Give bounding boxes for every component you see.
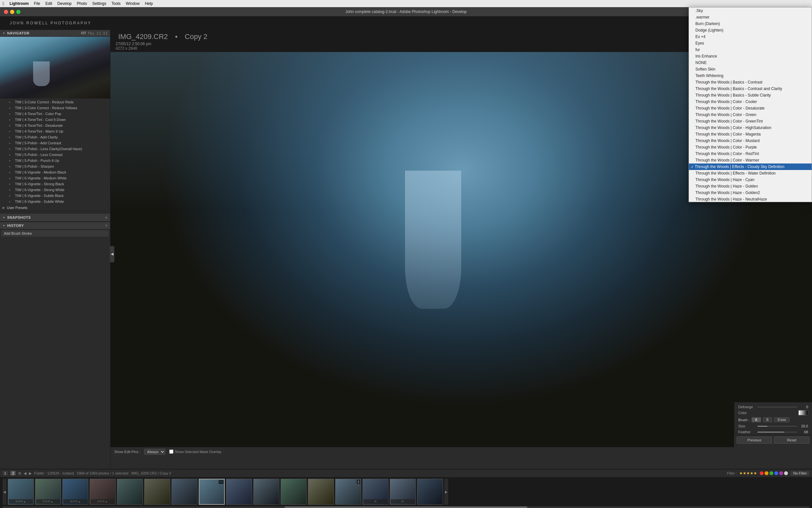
dropdown-item-warmer[interactable]: .warmer	[689, 14, 812, 20]
film-thumb-15[interactable]: ⧉	[390, 479, 416, 505]
preset-item-15[interactable]: ▪ TtW | 6-Vignette - Strong Black	[0, 181, 110, 187]
film-thumb-11[interactable]	[281, 479, 306, 505]
filmstrip-scroll-thumb[interactable]	[285, 506, 527, 508]
filmstrip-grid-icon[interactable]: ⊞	[18, 471, 21, 475]
dropdown-item-dodge[interactable]: Dodge (Lighten)	[689, 27, 812, 34]
size-slider[interactable]	[757, 426, 797, 427]
dropdown-item-none[interactable]: NONE	[689, 59, 812, 66]
dropdown-item-soften[interactable]: Soften Skin	[689, 66, 812, 73]
film-thumb-9[interactable]	[226, 479, 252, 505]
color-filters[interactable]	[760, 471, 788, 475]
brush-a-button[interactable]: A	[752, 417, 761, 422]
defrange-slider[interactable]	[757, 407, 797, 408]
apple-menu[interactable]: 	[3, 1, 4, 6]
fill-button[interactable]: FILL	[88, 32, 95, 35]
menu-help[interactable]: Help	[145, 1, 153, 6]
film-thumb-14[interactable]: ⧉	[363, 479, 388, 505]
filmstrip-page-num-2[interactable]: 2	[10, 471, 15, 475]
preset-item-10[interactable]: ▪ TtW | 5-Polish - Less Contrast	[0, 152, 110, 158]
dropdown-item-eyes[interactable]: Eyes	[689, 40, 812, 46]
show-edit-pins-select[interactable]: Always	[144, 449, 165, 455]
dropdown-item-burn[interactable]: Burn (Darken)	[689, 20, 812, 27]
show-mask-checkbox[interactable]	[169, 450, 174, 454]
film-thumb-12[interactable]	[308, 479, 334, 505]
3-1-button[interactable]: 3:1	[103, 32, 107, 35]
dropdown-item-ttw-haze-neutral[interactable]: Through the Woods | Haze - NeutralHaze	[689, 196, 812, 202]
preset-item-2[interactable]: ▪ TtW | 3-Color Correct - Reduce Yellows	[0, 105, 110, 111]
menu-photo[interactable]: Photo	[77, 1, 87, 6]
preset-item-18[interactable]: ▪ TtW | 6-Vignette - Subtle White	[0, 199, 110, 204]
film-thumb-7[interactable]	[172, 479, 197, 505]
menu-edit[interactable]: Edit	[45, 1, 52, 6]
window-controls[interactable]	[4, 10, 20, 14]
left-panel-expand-arrow[interactable]: ◀	[110, 246, 114, 262]
no-filter-label[interactable]: No Filter	[791, 471, 809, 475]
snapshots-header[interactable]: ▼ Snapshots +	[0, 213, 110, 222]
user-presets-header[interactable]: ▶ User Presets	[0, 204, 110, 211]
dropdown-item-ttw-color-warmer[interactable]: Through the Woods | Color - Warmer	[689, 157, 812, 164]
preset-item-9[interactable]: ▪ TtW | 5-Polish - Less Clarity(Overall …	[0, 146, 110, 152]
menu-develop[interactable]: Develop	[57, 1, 71, 6]
preset-item-11[interactable]: ▪ TtW | 5-Polish - Punch It Up	[0, 158, 110, 164]
film-thumb-4[interactable]: ⧉⧉⧉▲	[90, 479, 115, 505]
film-thumb-16[interactable]	[417, 479, 443, 505]
dropdown-item-ex4[interactable]: Ex +4	[689, 34, 812, 40]
dropdown-item-ttw-color-green[interactable]: Through the Woods | Color - Green	[689, 112, 812, 118]
dropdown-item-ttw-effects-cloudy[interactable]: Through the Woods | Effects - Cloudy Sky…	[689, 164, 812, 170]
filmstrip-scrollbar[interactable]	[3, 506, 809, 508]
dropdown-item-ttw-color-highsat[interactable]: Through the Woods | Color - HighSaturati…	[689, 125, 812, 131]
film-thumb-3[interactable]: ⧉⧉⧉▲	[62, 479, 88, 505]
dropdown-item-ttw-color-purple[interactable]: Through the Woods | Color - Purple	[689, 144, 812, 151]
menu-file[interactable]: File	[34, 1, 40, 6]
dropdown-item-iris[interactable]: Iris Enhance	[689, 53, 812, 59]
dropdown-item-ttw-haze-golden[interactable]: Through the Woods | Haze - Golden	[689, 183, 812, 189]
color-swatch[interactable]	[798, 410, 808, 415]
history-header[interactable]: ▼ History ×	[0, 222, 110, 229]
preset-item-17[interactable]: ▪ TtW | 6-Vignette - Subtle Black	[0, 193, 110, 199]
menu-tools[interactable]: Tools	[111, 1, 121, 6]
preset-item-7[interactable]: ▪ TtW | 5-Polish - Add Clarity	[0, 134, 110, 140]
minimize-window-button[interactable]	[10, 10, 14, 14]
film-thumb-5[interactable]	[117, 479, 143, 505]
history-close-button[interactable]: ×	[105, 223, 107, 228]
previous-button[interactable]: Previous	[737, 436, 772, 443]
maximize-window-button[interactable]	[16, 10, 20, 14]
dropdown-item-fur[interactable]: fur	[689, 46, 812, 53]
dropdown-item-ttw-basics-contrast[interactable]: Through the Woods | Basics - Contrast	[689, 79, 812, 85]
filmstrip-next-arrow[interactable]: ▶	[29, 471, 32, 475]
navigator-panel-header[interactable]: ▼ Navigator FIT FILL 1:1 3:1	[0, 30, 110, 37]
filmstrip-right-arrow[interactable]: ▶	[444, 479, 448, 505]
dropdown-item-sky[interactable]: .Sky	[689, 7, 812, 14]
preset-item-5[interactable]: ▪ TtW | 4-Tone/Tint - Desaturate	[0, 123, 110, 128]
1-1-button[interactable]: 1:1	[96, 32, 101, 35]
star-rating[interactable]: ★★★★★	[739, 471, 757, 475]
brush-erase-button[interactable]: Erase	[774, 417, 790, 422]
show-mask-checkbox-container[interactable]: Show Selected Mask Overlay	[169, 450, 222, 454]
film-thumb-6[interactable]	[144, 479, 170, 505]
dropdown-item-ttw-haze-cyan[interactable]: Through the Woods | Haze - Cyan	[689, 176, 812, 183]
dropdown-item-ttw-effects-water[interactable]: Through the Woods | Effects - Water Defi…	[689, 170, 812, 176]
brush-b-button[interactable]: B	[763, 417, 772, 422]
menu-window[interactable]: Window	[126, 1, 140, 6]
film-thumb-8-selected[interactable]: ⋯	[199, 479, 225, 505]
history-item[interactable]: Add Brush Stroke	[1, 230, 109, 237]
filmstrip-left-arrow[interactable]: ◀	[3, 479, 6, 505]
filmstrip-prev-arrow[interactable]: ◀	[24, 471, 26, 475]
dropdown-item-ttw-color-magenta[interactable]: Through the Woods | Color - Magenta	[689, 131, 812, 137]
preset-item-8[interactable]: ▪ TtW | 5-Polish - Add Contrast	[0, 140, 110, 146]
app-name[interactable]: Lightroom	[9, 1, 29, 6]
dropdown-item-teeth[interactable]: Teeth Whitening	[689, 73, 812, 79]
preset-item-3[interactable]: ▪ TtW | 4-Tone/Tint - Color Pop	[0, 111, 110, 117]
fit-button[interactable]: FIT	[81, 32, 86, 35]
dropdown-item-ttw-color-redtint[interactable]: Through the Woods | Color - RedTint	[689, 151, 812, 157]
close-window-button[interactable]	[4, 10, 8, 14]
dropdown-item-ttw-color-cooler[interactable]: Through the Woods | Color - Cooler	[689, 98, 812, 105]
preset-item-13[interactable]: ▪ TtW | 6-Vignette - Medium Black	[0, 169, 110, 175]
dropdown-item-ttw-basics-cc[interactable]: Through the Woods | Basics - Contrast an…	[689, 85, 812, 92]
feather-slider[interactable]	[757, 432, 797, 433]
reset-button[interactable]: Reset	[774, 436, 809, 443]
preset-item-6[interactable]: ▪ TtW | 4-Tone/Tint - Warm It Up	[0, 128, 110, 134]
dropdown-item-ttw-color-mustard[interactable]: Through the Woods | Color - Mustard	[689, 137, 812, 144]
film-thumb-10[interactable]	[253, 479, 279, 505]
dropdown-item-ttw-basics-sc[interactable]: Through the Woods | Basics - Subtle Clar…	[689, 92, 812, 98]
